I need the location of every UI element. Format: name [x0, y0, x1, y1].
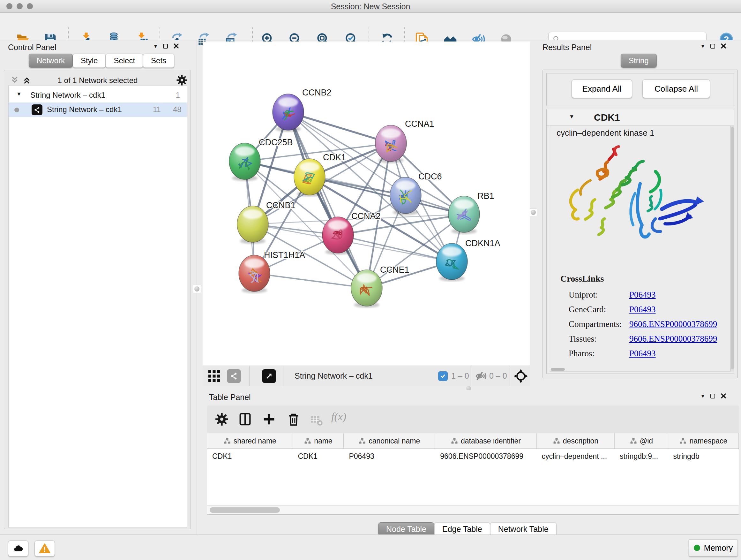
gene-section-header[interactable]: ▼ CDK1 — [547, 109, 734, 126]
show-columns-icon[interactable] — [238, 412, 253, 427]
node-label-HIST1H1A: HIST1H1A — [264, 250, 305, 260]
hidden-eye-icon[interactable] — [474, 369, 488, 383]
node-label-CCNE1: CCNE1 — [380, 265, 409, 274]
panel-maximize-icon[interactable] — [711, 44, 715, 49]
column-header-description[interactable]: description — [537, 433, 615, 449]
crosslink-link[interactable]: 9606.ENSP00000378699 — [629, 319, 717, 329]
gene-section-body: cyclin–dependent kinase 1 — [550, 126, 731, 372]
tab-network-table[interactable]: Network Table — [490, 522, 556, 536]
crosslink-link[interactable]: P06493 — [629, 305, 656, 314]
control-panel: Control Panel ▼ Network Style Select Set… — [0, 40, 197, 535]
panel-close-icon[interactable] — [720, 393, 727, 399]
tab-edge-table[interactable]: Edge Table — [434, 522, 490, 536]
network-share-icon — [31, 105, 43, 115]
node-label-CDK1: CDK1 — [323, 152, 346, 162]
memory-button[interactable]: Memory — [689, 539, 738, 557]
network-canvas[interactable]: CCNB2CCNA1CDC25BCDK1CDC6RB1CCNB1CCNA2CDK… — [203, 42, 530, 366]
table-horizontal-scrollbar[interactable] — [207, 505, 739, 514]
network-tree: ▼ String Network – cdk1 1 String Network… — [8, 85, 187, 527]
panel-float-icon[interactable]: ▼ — [700, 393, 705, 399]
tab-style[interactable]: Style — [73, 54, 106, 68]
gene-description: cyclin–dependent kinase 1 — [556, 128, 654, 138]
node-CCNB2[interactable] — [273, 94, 304, 132]
network-collection-count: 1 — [176, 91, 180, 100]
tab-network[interactable]: Network — [29, 54, 73, 68]
selected-checkbox[interactable] — [438, 371, 448, 381]
network-tree-root-row[interactable]: ▼ String Network – cdk1 1 — [9, 88, 187, 103]
table-cell: P06493 — [344, 449, 435, 463]
crosslink-link[interactable]: P06493 — [629, 290, 656, 300]
node-RB1[interactable] — [448, 196, 480, 234]
cloud-button[interactable] — [8, 541, 28, 557]
column-shared-icon — [679, 437, 687, 445]
control-panel-title: Control Panel — [8, 43, 56, 52]
status-bar: Memory — [0, 535, 741, 560]
title-bar: Session: New Session — [0, 0, 741, 13]
table-cell: CDK1 — [207, 449, 293, 463]
create-column-plus-icon[interactable] — [262, 412, 276, 427]
node-CCNE1[interactable] — [351, 270, 382, 308]
fit-crosshair-icon[interactable] — [514, 369, 528, 383]
birds-eye-view-icon[interactable] — [262, 369, 276, 383]
scrollbar-thumb[interactable] — [210, 507, 280, 513]
column-shared-icon — [630, 437, 637, 445]
panel-maximize-icon[interactable] — [711, 394, 715, 398]
crosslinks-title: CrossLinks — [560, 273, 604, 284]
network-share-view-icon[interactable] — [227, 369, 241, 383]
table-cell: 9606.ENSP00000378699 — [435, 449, 536, 463]
network-svg: CCNB2CCNA1CDC25BCDK1CDC6RB1CCNB1CCNA2CDK… — [203, 42, 530, 366]
tab-node-table[interactable]: Node Table — [378, 522, 434, 536]
node-CCNA1[interactable] — [375, 125, 407, 163]
grid-view-icon[interactable] — [207, 369, 221, 383]
hidden-count: 0 – 0 — [489, 366, 507, 386]
warning-button[interactable] — [35, 541, 55, 557]
table-header-row: shared namenamecanonical namedatabase id… — [207, 433, 739, 449]
tree-collapse-caret-icon[interactable]: ▼ — [16, 91, 22, 98]
warning-icon — [39, 543, 51, 554]
crosslink-row: Compartments:9606.ENSP00000378699 — [569, 317, 728, 331]
column-header-shared-name[interactable]: shared name — [207, 433, 293, 449]
column-shared-icon — [451, 437, 458, 445]
gene-collapse-caret-icon[interactable]: ▼ — [569, 114, 575, 120]
network-item-label: String Network – cdk1 — [47, 105, 122, 114]
panel-close-icon[interactable] — [173, 43, 179, 49]
node-CDC25B[interactable] — [229, 143, 260, 181]
node-CCNB1[interactable] — [237, 206, 268, 244]
node-CDKN1A[interactable] — [436, 243, 468, 281]
column-header-canonical-name[interactable]: canonical name — [344, 433, 435, 449]
table-row[interactable]: CDK1CDK1P064939606.ENSP00000378699cyclin… — [207, 449, 739, 463]
column-header--id[interactable]: @id — [615, 433, 668, 449]
panel-float-icon[interactable]: ▼ — [700, 44, 705, 49]
node-HIST1H1A[interactable] — [239, 255, 270, 293]
network-options-gear-icon[interactable] — [176, 74, 188, 86]
column-header-database-identifier[interactable]: database identifier — [435, 433, 537, 449]
main-toolbar: ? — [0, 13, 741, 40]
panel-float-icon[interactable]: ▼ — [153, 44, 158, 49]
table-settings-gear-icon[interactable] — [214, 412, 229, 427]
edge-HIST1H1A-CCNE1 — [254, 273, 367, 288]
crosslink-row: GeneCard:P06493 — [569, 302, 728, 317]
expand-all-button[interactable]: Expand All — [571, 79, 632, 98]
tab-select[interactable]: Select — [106, 54, 143, 68]
crosslink-link[interactable]: P06493 — [629, 349, 656, 359]
crosslink-label: Tissues: — [569, 334, 629, 344]
network-selected-header: 1 of 1 Network selected — [4, 76, 191, 85]
collapse-all-button[interactable]: Collapse All — [643, 79, 710, 98]
horizontal-scrollbar-thumb[interactable] — [551, 368, 565, 371]
vertical-scrollbar[interactable] — [731, 126, 734, 372]
panel-maximize-icon[interactable] — [163, 44, 168, 49]
tab-string[interactable]: String — [621, 54, 657, 68]
panel-close-icon[interactable] — [720, 43, 727, 49]
crosslink-link[interactable]: 9606.ENSP00000378699 — [629, 334, 717, 344]
network-tree-child-row[interactable]: String Network – cdk1 11 48 — [9, 103, 187, 117]
memory-label: Memory — [704, 543, 733, 553]
tab-sets[interactable]: Sets — [143, 54, 174, 68]
table-tabs: Node Table Edge Table Network Table — [378, 522, 556, 536]
node-label-CCNA1: CCNA1 — [405, 119, 434, 129]
delete-column-trash-icon[interactable] — [286, 412, 301, 427]
column-header-namespace[interactable]: namespace — [668, 433, 739, 449]
left-splitter-grip[interactable] — [193, 285, 201, 293]
gene-section: ▼ CDK1 cyclin–dependent kinase 1 — [546, 109, 734, 374]
right-splitter-grip[interactable] — [529, 208, 537, 216]
column-header-name[interactable]: name — [293, 433, 344, 449]
